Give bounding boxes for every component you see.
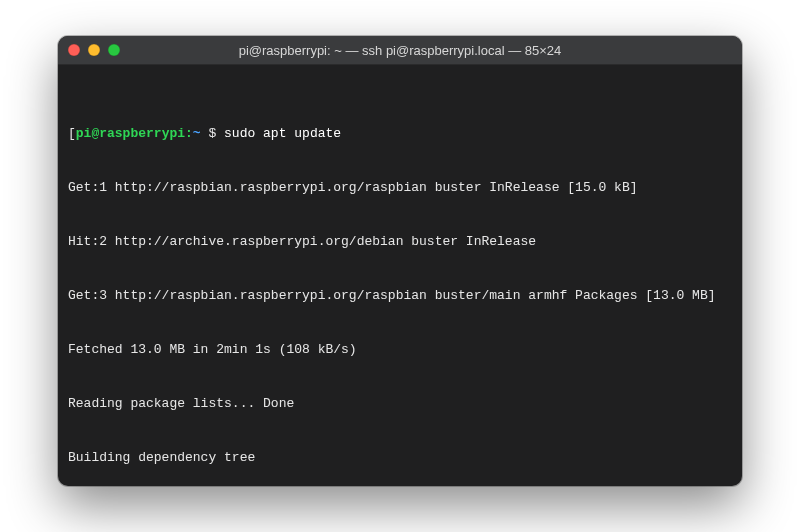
output-line: Get:1 http://raspbian.raspberrypi.org/ra…	[68, 179, 732, 197]
titlebar[interactable]: pi@raspberrypi: ~ — ssh pi@raspberrypi.l…	[58, 36, 742, 65]
prompt-line: [pi@raspberrypi:~ $ sudo apt update	[68, 125, 732, 143]
output-line: Reading package lists... Done	[68, 395, 732, 413]
command: sudo apt update	[224, 126, 341, 141]
output-line: Fetched 13.0 MB in 2min 1s (108 kB/s)	[68, 341, 732, 359]
prompt-path: ~	[193, 126, 201, 141]
minimize-icon[interactable]	[88, 44, 100, 56]
bracket-open: [	[68, 126, 76, 141]
output-line: Building dependency tree	[68, 449, 732, 467]
zoom-icon[interactable]	[108, 44, 120, 56]
prompt-user: pi@raspberrypi	[76, 126, 185, 141]
prompt-sep: :	[185, 126, 193, 141]
terminal-viewport[interactable]: [pi@raspberrypi:~ $ sudo apt update Get:…	[58, 65, 742, 486]
output-line: Hit:2 http://archive.raspberrypi.org/deb…	[68, 233, 732, 251]
prompt-symbol: $	[201, 126, 224, 141]
terminal-window: pi@raspberrypi: ~ — ssh pi@raspberrypi.l…	[58, 36, 742, 486]
output-line: Get:3 http://raspbian.raspberrypi.org/ra…	[68, 287, 732, 305]
traffic-lights	[68, 44, 120, 56]
close-icon[interactable]	[68, 44, 80, 56]
window-title: pi@raspberrypi: ~ — ssh pi@raspberrypi.l…	[58, 43, 742, 58]
